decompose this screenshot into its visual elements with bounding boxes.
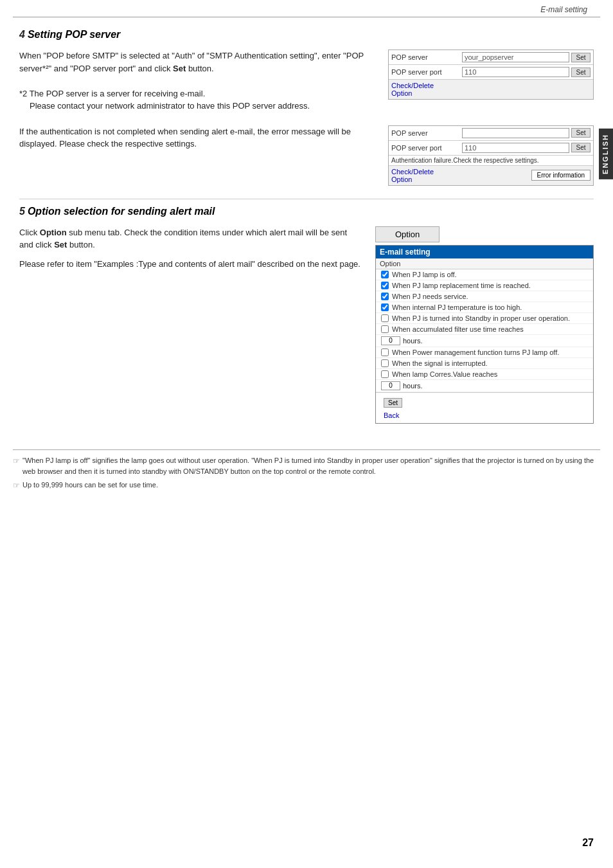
form1-port-value: 110 (462, 67, 569, 77)
section4-footnote2: Please contact your network administrato… (19, 100, 310, 113)
option-label-8: When the signal is interrupted. (392, 359, 488, 367)
section4-error-body: If the authentication is not completed w… (19, 125, 375, 186)
option-item-1[interactable]: When PJ lamp is off. (376, 269, 593, 280)
option-hours-row-2: hours. (376, 380, 593, 392)
form1-check-delete-link[interactable]: Check/Delete (391, 82, 591, 89)
option-panel-header: E-mail setting (376, 246, 593, 258)
option-checkbox-7[interactable] (381, 348, 389, 356)
section-title: E-mail setting (540, 5, 587, 14)
section5-bold2: Set (54, 240, 67, 249)
form2-check-delete-link[interactable]: Check/Delete (391, 168, 434, 176)
footer-notes: ☞ "When PJ lamp is off" signifies the la… (13, 449, 600, 492)
section5-body3: button. (67, 240, 94, 249)
section5-number: 5 (19, 206, 25, 217)
option-checkbox-5[interactable] (381, 314, 389, 322)
error-info-button[interactable]: Error information (531, 170, 591, 181)
section5-body: Click Option sub menu tab. Check the con… (19, 226, 362, 424)
section4-body: When "POP before SMTP" is selected at "A… (19, 50, 375, 113)
section5-bold1: Option (40, 228, 67, 237)
option-hours-input-2[interactable] (381, 381, 400, 390)
section4-set-bold: Set (173, 64, 186, 73)
option-panel: E-mail setting Option When PJ lamp is of… (375, 245, 594, 424)
option-hours-label-1: hours. (403, 337, 423, 345)
option-item-3[interactable]: When PJ needs service. (376, 291, 593, 302)
form1-port-set-btn[interactable]: Set (571, 68, 591, 77)
option-hours-row-1: hours. (376, 335, 593, 347)
option-checkbox-3[interactable] (381, 293, 389, 300)
form2-option-link[interactable]: Option (391, 176, 412, 183)
option-label-1: When PJ lamp is off. (392, 271, 457, 278)
option-label-9: When lamp Corres.Value reaches (392, 370, 497, 378)
option-item-6[interactable]: When accumulated filter use time reaches (376, 324, 593, 335)
option-item-2[interactable]: When PJ lamp replacement time is reached… (376, 280, 593, 291)
option-label-6: When accumulated filter use time reaches (392, 325, 524, 333)
option-back-link[interactable]: Back (380, 410, 589, 420)
footer-note-1: "When PJ lamp is off" signifies the lamp… (22, 455, 600, 478)
form1-set-btn[interactable]: Set (571, 53, 591, 62)
page-section-label: E-mail setting (13, 0, 600, 17)
option-checkbox-4[interactable] (381, 303, 389, 311)
option-label-5: When PJ is turned into Standby in proper… (392, 314, 570, 322)
option-label-3: When PJ needs service. (392, 293, 468, 300)
note-icon-1: ☞ (13, 455, 20, 478)
form1-option-link[interactable]: Option (391, 89, 591, 97)
form2-port-value: 110 (462, 143, 569, 153)
option-label-7: When Power management function turns PJ … (392, 348, 559, 356)
option-item-5[interactable]: When PJ is turned into Standby in proper… (376, 313, 593, 324)
form1-pop-server-label: POP server (391, 53, 462, 61)
form2-port-set-btn[interactable]: Set (571, 143, 591, 152)
option-checkbox-2[interactable] (381, 282, 389, 289)
form2-pop-server-value (462, 128, 569, 138)
option-tab-button[interactable]: Option (375, 226, 440, 242)
pop-server-form2: POP server Set POP server port 110 Set A… (388, 125, 594, 186)
option-item-4[interactable]: When internal PJ temperature is too high… (376, 302, 593, 313)
option-checkbox-9[interactable] (381, 370, 389, 378)
section4-number: 4 (19, 29, 25, 41)
option-label-4: When internal PJ temperature is too high… (392, 303, 522, 311)
form2-error-msg: Authentication failure.Check the respect… (391, 157, 539, 164)
option-checkbox-1[interactable] (381, 271, 389, 278)
page-number: 27 (582, 837, 594, 849)
option-panel-subtitle: Option (376, 258, 593, 269)
section5-body4: Please refer to item "Examples :Type and… (19, 259, 360, 269)
section4-heading: Setting POP server (28, 29, 120, 41)
footer-note-2: Up to 99,999 hours can be set for use ti… (22, 480, 158, 492)
option-hours-input-1[interactable] (381, 336, 400, 345)
section4-body2: button. (186, 64, 213, 73)
option-checkbox-8[interactable] (381, 359, 389, 367)
form1-port-label: POP server port (391, 68, 462, 76)
section5-heading: Option selection for sending alert mail (28, 206, 215, 217)
pop-server-form1: POP server your_popserver Set POP server… (388, 50, 594, 113)
form2-port-label: POP server port (391, 144, 462, 152)
note-icon-2: ☞ (13, 480, 20, 492)
option-item-8[interactable]: When the signal is interrupted. (376, 358, 593, 369)
form2-pop-server-label: POP server (391, 129, 462, 137)
option-set-button[interactable]: Set (384, 398, 402, 408)
option-item-7[interactable]: When Power management function turns PJ … (376, 347, 593, 358)
section5-body-pre: Click (19, 228, 40, 237)
option-checkbox-6[interactable] (381, 325, 389, 333)
section4-error-intro: If the authentication is not completed w… (19, 127, 351, 149)
option-hours-label-2: hours. (403, 382, 423, 390)
form1-pop-server-value: your_popserver (462, 52, 569, 62)
option-item-9[interactable]: When lamp Corres.Value reaches (376, 369, 593, 380)
form2-set-btn[interactable]: Set (571, 128, 591, 138)
section4-footnote1: *2 The POP server is a server for receiv… (19, 89, 205, 98)
option-label-2: When PJ lamp replacement time is reached… (392, 282, 531, 289)
english-label: ENGLISH (599, 129, 613, 179)
